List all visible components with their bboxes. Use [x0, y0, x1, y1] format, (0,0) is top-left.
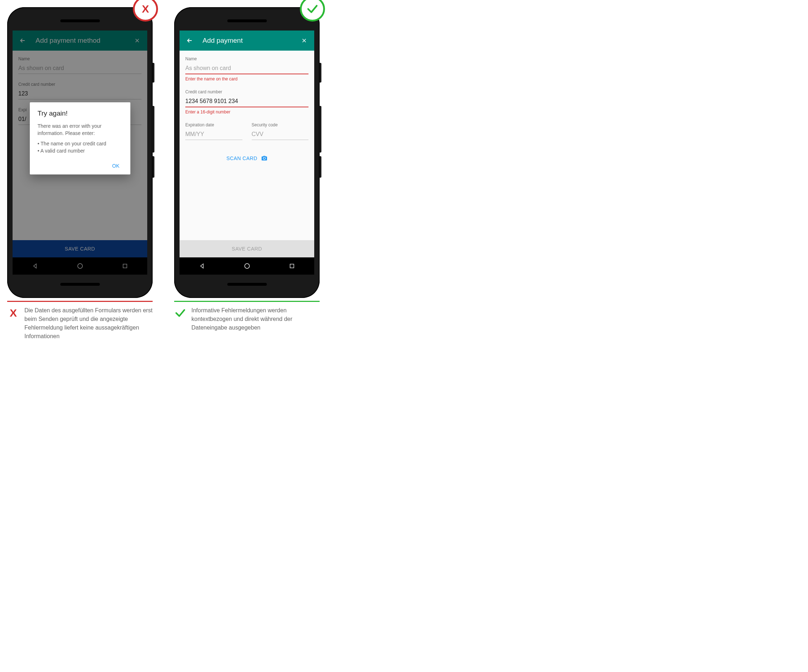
dialog-list-item: • The name on your credit card [38, 140, 122, 147]
phone-side-button [320, 63, 321, 83]
exp-label: Expiration date [185, 122, 242, 127]
close-icon[interactable] [133, 36, 142, 45]
cc-label: Credit card number [18, 82, 142, 87]
phone-speaker-bottom [227, 283, 267, 286]
svg-point-2 [245, 263, 249, 268]
cc-field: Credit card number 1234 5678 9101 234 En… [185, 89, 309, 115]
dialog-body: There was an error with your information… [38, 122, 122, 154]
save-button[interactable]: SAVE CARD [180, 240, 314, 257]
name-input[interactable]: As shown on card [18, 63, 142, 74]
exp-field: Expiration date MM/YY [185, 122, 242, 140]
name-field: Name As shown on card [18, 57, 142, 74]
app-bar: Add payment method [13, 30, 147, 51]
phone-frame: Add payment Name As shown on card Enter … [174, 7, 320, 298]
bad-caption: X Die Daten des ausgefüllten Formulars w… [7, 306, 153, 341]
phone-side-button [153, 63, 154, 83]
phone-side-button [153, 156, 154, 178]
svg-rect-1 [123, 264, 127, 268]
app-bar-title: Add payment [202, 37, 291, 45]
app-bar: Add payment [180, 30, 314, 51]
check-icon [306, 3, 319, 15]
caption-divider [174, 301, 320, 302]
name-label: Name [18, 57, 142, 62]
exp-input[interactable]: MM/YY [185, 129, 242, 140]
x-icon: X [7, 306, 19, 319]
nav-back-icon[interactable] [198, 262, 206, 270]
name-field: Name As shown on card Enter the name on … [185, 57, 309, 82]
svg-point-0 [78, 263, 82, 268]
phone-side-button [319, 106, 321, 153]
android-nav-bar [180, 257, 314, 275]
save-label: SAVE CARD [232, 246, 262, 252]
phone-speaker-top [227, 19, 267, 22]
save-label: SAVE CARD [65, 246, 95, 252]
nav-home-icon[interactable] [76, 262, 84, 270]
name-error: Enter the name on the card [185, 74, 309, 82]
save-button[interactable]: SAVE CARD [13, 240, 147, 257]
cc-input[interactable]: 123 [18, 88, 142, 100]
caption-divider [7, 301, 153, 302]
name-label: Name [185, 57, 309, 62]
camera-icon [261, 155, 267, 162]
cvv-field: Security code CVV [252, 122, 309, 140]
error-dialog: Try again! There was an error with your … [30, 102, 130, 175]
good-caption: Informative Fehlermeldungen werden konte… [174, 306, 320, 332]
svg-rect-3 [290, 264, 294, 268]
dialog-ok-button[interactable]: OK [109, 161, 122, 171]
phone-speaker-top [60, 19, 100, 22]
cc-field: Credit card number 123 [18, 82, 142, 100]
phone-side-button [152, 106, 154, 153]
caption-text: Informative Fehlermeldungen werden konte… [191, 306, 320, 332]
phone-speaker-bottom [60, 283, 100, 286]
nav-home-icon[interactable] [243, 262, 251, 270]
android-nav-bar [13, 257, 147, 275]
nav-recent-icon[interactable] [288, 262, 296, 270]
dialog-message: There was an error with your information… [38, 122, 122, 137]
cvv-label: Security code [252, 122, 309, 127]
phone-screen: Add payment method Name As shown on card… [13, 30, 147, 275]
form-content: Name As shown on card Enter the name on … [180, 51, 314, 240]
cc-input[interactable]: 1234 5678 9101 234 [185, 96, 309, 107]
dialog-list-item: • A valid card number [38, 147, 122, 154]
nav-back-icon[interactable] [31, 262, 39, 270]
nav-recent-icon[interactable] [121, 262, 129, 270]
scan-card-button[interactable]: SCAN CARD [185, 155, 309, 162]
cc-label: Credit card number [185, 89, 309, 94]
app-bar-title: Add payment method [35, 37, 124, 45]
close-icon[interactable] [300, 36, 309, 45]
dialog-title: Try again! [38, 110, 122, 117]
check-icon [174, 306, 186, 319]
x-icon: X [142, 3, 149, 15]
phone-side-button [320, 156, 321, 178]
caption-text: Die Daten des ausgefüllten Formulars wer… [24, 306, 153, 341]
cvv-input[interactable]: CVV [252, 129, 309, 140]
name-input[interactable]: As shown on card [185, 63, 309, 74]
back-arrow-icon[interactable] [185, 36, 194, 45]
phone-frame: Add payment method Name As shown on card… [7, 7, 153, 298]
phone-screen: Add payment Name As shown on card Enter … [180, 30, 314, 275]
bad-example: X Add payment method [7, 7, 153, 341]
scan-label: SCAN CARD [226, 155, 257, 161]
back-arrow-icon[interactable] [18, 36, 27, 45]
good-example: Add payment Name As shown on card Enter … [174, 7, 320, 332]
cc-error: Enter a 16-digit number [185, 107, 309, 115]
